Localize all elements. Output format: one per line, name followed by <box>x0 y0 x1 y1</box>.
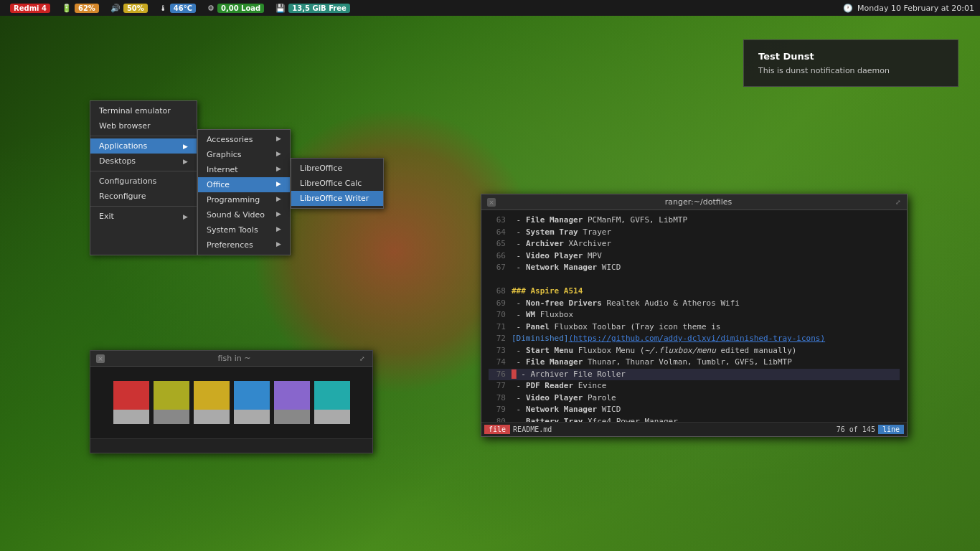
fish-titlebar: × fish in ~ ⤢ <box>90 351 372 367</box>
color-swatch-0[interactable] <box>113 381 149 424</box>
menu-applications[interactable]: Applications ▶ <box>90 138 197 154</box>
panel-volume: 🔊 50% <box>106 0 152 16</box>
color-swatch-3[interactable] <box>234 381 270 424</box>
line-text: - File Manager Thunar, Thunar Volman, Tu… <box>512 357 792 367</box>
line-text: - Network Manager WICD <box>512 405 621 414</box>
menu-container: Terminal emulator Web browser Applicatio… <box>90 100 384 255</box>
submenu-sound-video-label: Sound & Video <box>207 210 265 220</box>
ranger-line: 79 - Network Manager WICD <box>489 404 900 416</box>
submenu-office[interactable]: Office ▶ <box>198 177 290 192</box>
ranger-statusbar: file README.md 76 of 145 line <box>481 422 907 436</box>
office-submenu: LibreOffice LibreOffice Calc LibreOffice… <box>291 158 384 209</box>
disk-icon: 💾 <box>275 4 286 13</box>
submenu-sound-video[interactable]: Sound & Video ▶ <box>198 207 290 222</box>
menu-terminal[interactable]: Terminal emulator <box>90 103 197 118</box>
line-text: - System Tray Trayer <box>512 227 611 237</box>
volume-icon: 🔊 <box>110 4 121 13</box>
status-file-label: file <box>484 425 510 434</box>
ranger-line: 66 - Video Player MPV <box>489 250 900 263</box>
color-swatch-1[interactable] <box>154 381 189 424</box>
line-number: 72 <box>489 333 506 345</box>
submenu-preferences-arrow: ▶ <box>276 240 281 250</box>
menu-exit-label: Exit <box>99 212 114 221</box>
submenu-preferences[interactable]: Preferences ▶ <box>198 237 290 253</box>
submenu-libreoffice-writer-label: LibreOffice Writer <box>300 194 369 203</box>
submenu-libreoffice-calc-label: LibreOffice Calc <box>300 179 362 188</box>
submenu-internet[interactable]: Internet ▶ <box>198 162 290 177</box>
ranger-line: 64 - System Tray Trayer <box>489 227 900 239</box>
menu-reconfigure[interactable]: Reconfigure <box>90 189 197 204</box>
menu-exit[interactable]: Exit ▶ <box>90 209 197 224</box>
submenu-preferences-label: Preferences <box>207 240 253 250</box>
submenu-graphics[interactable]: Graphics ▶ <box>198 147 290 162</box>
submenu-libreoffice-writer[interactable]: LibreOffice Writer <box>291 191 383 206</box>
menu-configurations[interactable]: Configurations <box>90 174 197 189</box>
panel-disk: 💾 13,5 GiB Free <box>271 0 354 16</box>
panel-temp: 🌡 46°C <box>155 0 200 16</box>
submenu-graphics-arrow: ▶ <box>276 150 281 159</box>
panel-load: ⚙ 0,00 Load <box>203 0 268 16</box>
battery-value: 62% <box>75 4 99 13</box>
line-number: 71 <box>489 321 506 334</box>
line-number: 64 <box>489 227 506 239</box>
ranger-line: 65 - Archiver XArchiver <box>489 238 900 250</box>
menu-exit-arrow: ▶ <box>183 213 188 220</box>
submenu-internet-arrow: ▶ <box>276 165 281 174</box>
line-number: 65 <box>489 238 506 250</box>
menu-desktops-arrow: ▶ <box>183 158 188 165</box>
submenu-system-tools[interactable]: System Tools ▶ <box>198 222 290 237</box>
line-text: - Archiver XArchiver <box>512 239 611 248</box>
ranger-line <box>489 274 900 286</box>
ranger-titlebar: × ranger:~/dotfiles ⤢ <box>481 194 907 210</box>
submenu-accessories-label: Accessories <box>207 135 253 144</box>
menu-terminal-label: Terminal emulator <box>99 106 171 116</box>
menu-desktops-label: Desktops <box>99 156 136 166</box>
color-swatch-4[interactable] <box>274 381 310 424</box>
line-text: - Start Menu Fluxbox Menu (~/.fluxbox/me… <box>512 346 796 355</box>
menu-configurations-label: Configurations <box>99 176 156 186</box>
fish-window: × fish in ~ ⤢ <box>90 350 373 453</box>
ranger-expand-button[interactable]: ⤢ <box>895 199 901 206</box>
submenu-programming-arrow: ▶ <box>276 195 281 204</box>
menu-applications-label: Applications <box>99 141 147 151</box>
fish-footer <box>90 438 372 453</box>
ranger-line: 78 - Video Player Parole <box>489 392 900 405</box>
datetime-text: Monday 10 February at 20:01 <box>857 4 974 13</box>
submenu-accessories[interactable]: Accessories ▶ <box>198 132 290 147</box>
load-icon: ⚙ <box>207 4 215 13</box>
ranger-close-button[interactable]: × <box>487 198 496 207</box>
menu-browser[interactable]: Web browser <box>90 118 197 133</box>
submenu-programming[interactable]: Programming ▶ <box>198 192 290 207</box>
menu-browser-label: Web browser <box>99 121 151 131</box>
ranger-line: 76█ - Archiver File Roller <box>489 369 900 381</box>
menu-applications-arrow: ▶ <box>183 143 188 150</box>
fish-expand-button[interactable]: ⤢ <box>358 354 367 363</box>
ranger-line: 74 - File Manager Thunar, Thunar Volman,… <box>489 357 900 369</box>
submenu-libreoffice[interactable]: LibreOffice <box>291 161 383 176</box>
notification-body: This is dunst notification daemon <box>758 66 943 75</box>
panel-hostname: Redmi 4 <box>6 0 55 16</box>
battery-icon: 🔋 <box>62 4 72 13</box>
line-text: - WM Fluxbox <box>512 310 573 319</box>
submenu-libreoffice-calc[interactable]: LibreOffice Calc <box>291 176 383 191</box>
disk-value: 13,5 GiB Free <box>288 4 350 13</box>
line-number: 67 <box>489 262 506 274</box>
ranger-content: 63 - File Manager PCManFM, GVFS, LibMTP6… <box>481 210 907 422</box>
line-number: 79 <box>489 404 506 416</box>
line-text: [Diminished](https://github.com/addy-dcl… <box>512 334 825 343</box>
line-number: 68 <box>489 286 506 298</box>
color-swatch-5[interactable] <box>314 381 350 424</box>
fish-close-button[interactable]: × <box>96 354 105 363</box>
line-text: - File Manager PCManFM, GVFS, LibMTP <box>512 215 687 225</box>
line-text: - Network Manager WICD <box>512 263 621 272</box>
line-text: - Video Player MPV <box>512 251 602 260</box>
status-right: 76 of 145 line <box>837 425 904 434</box>
main-menu: Terminal emulator Web browser Applicatio… <box>90 100 197 255</box>
applications-submenu: Accessories ▶ Graphics ▶ Internet ▶ Offi… <box>197 129 291 255</box>
menu-desktops[interactable]: Desktops ▶ <box>90 154 197 169</box>
menu-reconfigure-label: Reconfigure <box>99 192 146 201</box>
ranger-title: ranger:~/dotfiles <box>501 197 895 207</box>
menu-separator-3 <box>90 206 197 207</box>
line-number: 74 <box>489 357 506 369</box>
color-swatch-2[interactable] <box>194 381 230 424</box>
